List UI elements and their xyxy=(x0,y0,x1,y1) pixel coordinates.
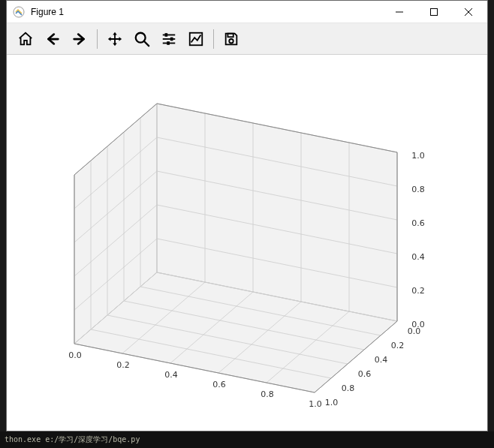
svg-rect-16 xyxy=(227,33,233,37)
axes3d: 0.00.20.40.60.81.00.00.20.40.60.81.00.00… xyxy=(7,55,487,430)
app-window: Figure 1 xyxy=(6,0,488,431)
terminal-strip: thon.exe e:/学习/深度学习/bqe.py xyxy=(0,431,494,448)
toolbar xyxy=(7,23,487,55)
svg-text:0.6: 0.6 xyxy=(212,380,226,389)
svg-text:0.2: 0.2 xyxy=(391,341,405,350)
svg-rect-14 xyxy=(167,41,170,45)
svg-rect-12 xyxy=(170,37,173,41)
close-button[interactable] xyxy=(451,1,486,23)
svg-text:1.0: 1.0 xyxy=(325,398,339,407)
svg-text:0.6: 0.6 xyxy=(358,369,372,379)
svg-text:0.0: 0.0 xyxy=(68,350,82,360)
move-icon xyxy=(107,31,123,47)
arrow-left-icon xyxy=(44,31,61,47)
save-button[interactable] xyxy=(218,26,244,52)
pan-button[interactable] xyxy=(102,26,128,52)
forward-button[interactable] xyxy=(67,26,92,52)
zoom-icon xyxy=(134,31,150,47)
svg-text:0.4: 0.4 xyxy=(411,252,425,262)
sliders-icon xyxy=(161,31,177,47)
terminal-text: thon.exe e:/学习/深度学习/bqe.py xyxy=(5,434,140,445)
configure-subplots-button[interactable] xyxy=(156,26,182,52)
svg-text:0.8: 0.8 xyxy=(342,383,355,393)
svg-text:0.2: 0.2 xyxy=(411,286,425,296)
arrow-right-icon xyxy=(71,31,88,47)
svg-text:1.0: 1.0 xyxy=(309,399,322,409)
svg-text:0.2: 0.2 xyxy=(116,360,130,370)
svg-rect-2 xyxy=(431,8,438,15)
maximize-button[interactable] xyxy=(417,1,451,23)
edit-axes-button[interactable] xyxy=(183,26,209,52)
svg-rect-10 xyxy=(165,33,168,37)
svg-text:0.8: 0.8 xyxy=(411,185,425,194)
svg-point-17 xyxy=(229,39,233,44)
toolbar-separator xyxy=(213,29,214,49)
window-title: Figure 1 xyxy=(31,7,64,17)
svg-text:0.4: 0.4 xyxy=(164,370,178,380)
save-icon xyxy=(223,31,239,47)
svg-text:0.6: 0.6 xyxy=(411,218,425,228)
titlebar: Figure 1 xyxy=(7,1,487,23)
svg-text:0.8: 0.8 xyxy=(261,389,274,399)
svg-text:0.0: 0.0 xyxy=(411,320,425,329)
back-button[interactable] xyxy=(40,26,65,52)
home-button[interactable] xyxy=(13,26,38,52)
app-icon xyxy=(13,6,25,18)
home-icon xyxy=(17,31,34,47)
minimize-button[interactable] xyxy=(382,1,417,23)
svg-text:0.4: 0.4 xyxy=(375,355,388,365)
svg-line-8 xyxy=(144,41,149,45)
line-chart-icon xyxy=(188,31,204,47)
plot-canvas[interactable]: 0.00.20.40.60.81.00.00.20.40.60.81.00.00… xyxy=(7,55,487,431)
zoom-button[interactable] xyxy=(129,26,155,52)
svg-text:1.0: 1.0 xyxy=(411,151,425,161)
toolbar-separator xyxy=(97,29,98,49)
